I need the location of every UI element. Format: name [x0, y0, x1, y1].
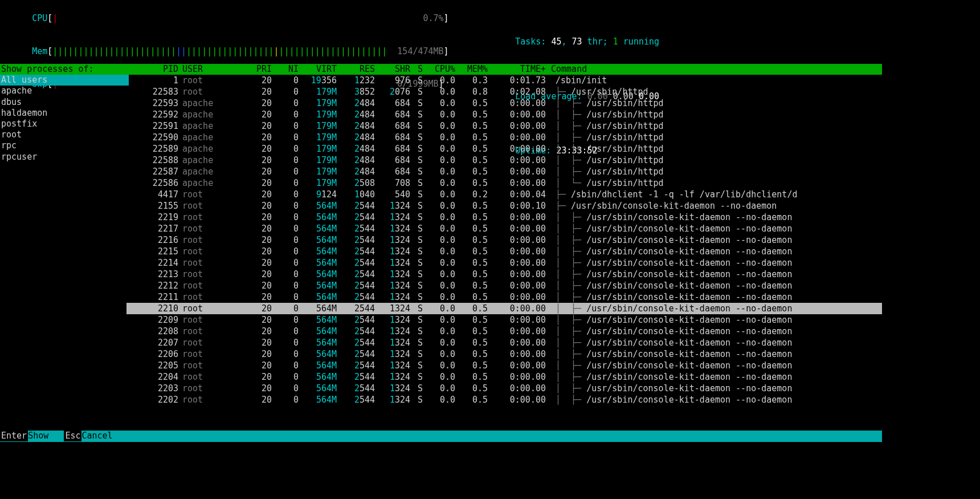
cell-mem: 0.5 — [456, 224, 488, 234]
process-row[interactable]: 22593apache200179M2484684S0.00.50:00.00│… — [126, 98, 882, 109]
process-row[interactable]: 2203root200564M25441324S0.00.50:00.00│ ├… — [126, 383, 882, 394]
user-filter-item[interactable]: rpc — [0, 140, 129, 151]
col-time[interactable]: TIME+ — [488, 64, 546, 75]
cell-virt: 564M — [299, 269, 337, 280]
col-user[interactable]: USER — [179, 64, 240, 75]
user-filter-item[interactable]: rpcuser — [0, 152, 129, 163]
process-row[interactable]: 2202root200564M25441324S0.00.50:00.00│ ├… — [126, 394, 882, 405]
mem-bar: ||||||||||||||||||||||||||||||||||||||||… — [52, 46, 387, 56]
cell-mem: 0.5 — [456, 372, 488, 383]
process-row[interactable]: 1root200193561232976S0.00.30:01.73/sbin/… — [126, 75, 882, 86]
cell-res: 2544 — [337, 383, 375, 394]
cpu-label: CPU — [32, 13, 47, 24]
process-row[interactable]: 2214root200564M25441324S0.00.50:00.00│ ├… — [126, 257, 882, 269]
esc-key[interactable]: Esc — [64, 431, 81, 441]
cell-pid: 2217 — [126, 224, 179, 234]
process-row[interactable]: 22588apache200179M2484684S0.00.50:00.00│… — [126, 155, 882, 166]
process-row[interactable]: 4417root20091241040540S0.00.20:00.04├─ /… — [126, 189, 882, 200]
col-pid[interactable]: PID — [126, 64, 179, 75]
process-row[interactable]: 2216root200564M25441324S0.00.50:00.00│ ├… — [126, 234, 882, 246]
cell-res: 2508 — [337, 178, 375, 189]
cell-virt: 179M — [299, 167, 337, 177]
user-filter-item[interactable]: dbus — [0, 97, 129, 108]
cell-pid: 22586 — [126, 178, 179, 189]
cell-res: 2484 — [337, 144, 375, 155]
user-filter-item[interactable]: All users — [0, 75, 129, 86]
process-row[interactable]: 22586apache200179M2508708S0.00.50:00.00│… — [126, 177, 882, 189]
col-mem[interactable]: MEM% — [456, 64, 488, 75]
col-cpu[interactable]: CPU% — [423, 64, 456, 75]
process-row[interactable]: 22591apache200179M2484684S0.00.50:00.00│… — [126, 120, 882, 132]
col-command[interactable]: Command — [546, 64, 882, 75]
cell-command: │ ├─ /usr/sbin/console-kit-daemon --no-d… — [551, 269, 882, 280]
cell-time: 0:00.00 — [488, 326, 546, 337]
process-table[interactable]: PID USER PRI NI VIRT RES SHR S CPU% MEM%… — [126, 64, 882, 405]
cell-virt: 564M — [299, 395, 337, 405]
process-row[interactable]: 22587apache200179M2484684S0.00.50:00.00│… — [126, 166, 882, 177]
process-row[interactable]: 2204root200564M25441324S0.00.50:00.00│ ├… — [126, 371, 882, 383]
cell-mem: 0.5 — [456, 315, 488, 326]
cell-shr: 1324 — [375, 292, 411, 303]
col-s[interactable]: S — [411, 64, 423, 75]
cell-state: S — [411, 246, 423, 257]
cell-virt: 564M — [299, 246, 337, 257]
cell-res: 2544 — [337, 395, 375, 405]
col-shr[interactable]: SHR — [375, 64, 411, 75]
cell-shr: 1324 — [375, 395, 411, 405]
mem-label: Mem — [32, 46, 47, 57]
cell-command: ├─ /sbin/dhclient -1 -q -lf /var/lib/dhc… — [551, 189, 882, 200]
cell-state: S — [411, 269, 423, 280]
cell-cpu: 0.0 — [423, 235, 456, 246]
process-row[interactable]: 2205root200564M25441324S0.00.50:00.00│ ├… — [126, 360, 882, 371]
cell-mem: 0.5 — [456, 395, 488, 405]
process-row[interactable]: 2206root200564M25441324S0.00.50:00.00│ ├… — [126, 348, 882, 360]
enter-key[interactable]: Enter — [0, 431, 28, 441]
cell-command: │ ├─ /usr/sbin/console-kit-daemon --no-d… — [551, 281, 882, 291]
process-row[interactable]: 2212root200564M25441324S0.00.50:00.00│ ├… — [126, 280, 882, 291]
process-row[interactable]: 2207root200564M25441324S0.00.50:00.00│ ├… — [126, 337, 882, 348]
user-filter-item[interactable]: apache — [0, 86, 129, 96]
cell-virt: 564M — [299, 258, 337, 269]
process-row[interactable]: 2219root200564M25441324S0.00.50:00.00│ ├… — [126, 212, 882, 223]
col-ni[interactable]: NI — [272, 64, 299, 75]
cell-res: 2484 — [337, 109, 375, 120]
cell-time: 0:00.00 — [488, 98, 546, 109]
process-row[interactable]: 2213root200564M25441324S0.00.50:00.00│ ├… — [126, 269, 882, 280]
cell-time: 0:00.00 — [488, 167, 546, 177]
process-row[interactable]: 22592apache200179M2484684S0.00.50:00.00│… — [126, 109, 882, 120]
process-row[interactable]: 2215root200564M25441324S0.00.50:00.00│ ├… — [126, 246, 882, 257]
process-row[interactable]: 2211root200564M25441324S0.00.50:00.00│ ├… — [126, 291, 882, 303]
process-row[interactable]: 2217root200564M25441324S0.00.50:00.00│ ├… — [126, 223, 882, 234]
col-res[interactable]: RES — [337, 64, 375, 75]
process-row[interactable]: 2155root200564M25441324S0.00.50:00.10├─ … — [126, 200, 882, 212]
col-pri[interactable]: PRI — [240, 64, 272, 75]
cell-shr: 1324 — [375, 372, 411, 383]
cell-res: 2544 — [337, 292, 375, 303]
cell-pri: 20 — [240, 75, 272, 86]
cell-mem: 0.8 — [456, 87, 488, 98]
process-row[interactable]: 2208root200564M25441324S0.00.50:00.00│ ├… — [126, 326, 882, 337]
cell-virt: 564M — [299, 372, 337, 383]
cell-pri: 20 — [240, 383, 272, 394]
cell-shr: 1324 — [375, 383, 411, 394]
process-row[interactable]: 22590apache200179M2484684S0.00.50:00.00│… — [126, 132, 882, 143]
cell-time: 0:00.00 — [488, 144, 546, 155]
cell-shr: 708 — [375, 178, 411, 189]
process-row[interactable]: 2210root200564M25441324S0.00.50:00.00│ ├… — [126, 303, 882, 314]
cell-cpu: 0.0 — [423, 109, 456, 120]
process-row[interactable]: 2209root200564M25441324S0.00.50:00.00│ ├… — [126, 314, 882, 326]
user-filter-item[interactable]: haldaemon — [0, 108, 129, 119]
user-filter-item[interactable]: root — [0, 129, 129, 140]
process-row[interactable]: 22583root200179M38522076S0.00.80:02.08├─… — [126, 86, 882, 98]
user-filter-item[interactable]: postfix — [0, 119, 129, 129]
process-table-header[interactable]: PID USER PRI NI VIRT RES SHR S CPU% MEM%… — [126, 64, 882, 75]
cell-ni: 0 — [272, 155, 299, 166]
cell-cpu: 0.0 — [423, 189, 456, 200]
cell-pri: 20 — [240, 224, 272, 234]
col-virt[interactable]: VIRT — [299, 64, 337, 75]
cell-mem: 0.5 — [456, 201, 488, 212]
cell-shr: 1324 — [375, 349, 411, 360]
cell-pid: 22591 — [126, 121, 179, 132]
process-row[interactable]: 22589apache200179M2484684S0.00.50:00.00│… — [126, 143, 882, 155]
cell-state: S — [411, 87, 423, 98]
